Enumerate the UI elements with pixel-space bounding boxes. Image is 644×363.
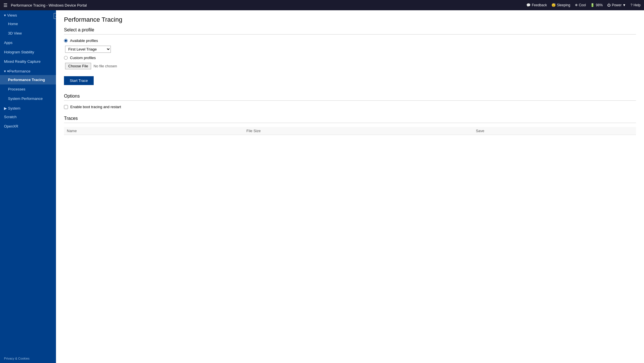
sleeping-action[interactable]: 😴 Sleeping	[551, 3, 570, 7]
start-trace-button[interactable]: Start Trace	[64, 76, 94, 85]
traces-title: Traces	[64, 116, 636, 123]
profile-select[interactable]: First Level Triage Battery CPU GPU Memor…	[65, 46, 111, 53]
available-profiles-label[interactable]: Available profiles	[70, 39, 98, 43]
views-section-label: Views	[7, 13, 17, 17]
sidebar-item-home[interactable]: Home	[0, 19, 56, 29]
help-action[interactable]: ? Help	[631, 3, 641, 7]
power-icon: ⏻	[607, 3, 611, 7]
power-action[interactable]: ⏻ Power ▼	[607, 3, 626, 7]
traces-section: Traces Name File Size Save	[64, 116, 636, 135]
file-chooser-row: Choose File No file chosen	[65, 63, 636, 69]
options-section: Options Enable boot tracing and restart	[64, 94, 636, 109]
sidebar-item-hologram-stability[interactable]: Hologram Stability	[0, 47, 56, 57]
custom-profiles-label[interactable]: Custom profiles	[70, 56, 96, 60]
available-profiles-row: Available profiles	[64, 39, 636, 43]
power-label: Power ▼	[612, 3, 626, 7]
sidebar-item-openxr[interactable]: OpenXR	[0, 122, 56, 131]
sidebar-collapse-button[interactable]: ◀	[54, 13, 56, 19]
sidebar-item-3dview[interactable]: 3D View	[0, 29, 56, 38]
feedback-action[interactable]: 💬 Feedback	[526, 3, 547, 7]
feedback-label: Feedback	[532, 3, 547, 7]
privacy-link[interactable]: Privacy & Cookies	[0, 354, 56, 363]
select-profile-section: Select a profile Available profiles Firs…	[64, 27, 636, 69]
temperature-icon: ❄	[575, 3, 578, 7]
sidebar-item-apps[interactable]: Apps	[0, 38, 56, 47]
boot-tracing-row: Enable boot tracing and restart	[64, 105, 636, 109]
custom-profiles-radio[interactable]	[64, 56, 68, 60]
sidebar-section-performance[interactable]: ▾ ▾Performance	[0, 66, 56, 75]
views-arrow-icon: ▾	[4, 13, 6, 17]
profile-dropdown-wrapper: First Level Triage Battery CPU GPU Memor…	[65, 46, 636, 53]
battery-icon: 🔋	[590, 3, 595, 7]
performance-arrow-icon: ▾	[4, 69, 6, 73]
boot-tracing-checkbox[interactable]	[64, 105, 68, 109]
temperature-action[interactable]: ❄ Cool	[575, 3, 586, 7]
traces-col-filesize: File Size	[244, 127, 473, 135]
hamburger-icon[interactable]: ☰	[3, 3, 7, 8]
topbar-title: Performance Tracing - Windows Device Por…	[11, 3, 526, 7]
sidebar-item-mixed-reality-capture[interactable]: Mixed Reality Capture	[0, 57, 56, 66]
sidebar-item-processes[interactable]: Processes	[0, 84, 56, 94]
traces-table: Name File Size Save	[64, 127, 636, 135]
page-title: Performance Tracing	[64, 16, 636, 23]
content-area: Performance Tracing Select a profile Ava…	[56, 10, 644, 363]
temperature-label: Cool	[579, 3, 586, 7]
select-profile-title: Select a profile	[64, 27, 636, 35]
battery-action[interactable]: 🔋 98%	[590, 3, 603, 7]
sleeping-icon: 😴	[551, 3, 556, 7]
sidebar-item-scratch[interactable]: Scratch	[0, 112, 56, 122]
main-layout: ◀ ▾ Views Home 3D View Apps Hologram Sta…	[0, 10, 644, 363]
traces-table-header-row: Name File Size Save	[64, 127, 636, 135]
boot-tracing-label[interactable]: Enable boot tracing and restart	[70, 105, 121, 109]
system-arrow-icon: ▶	[4, 106, 7, 110]
options-title: Options	[64, 94, 636, 101]
sidebar-section-system[interactable]: ▶ System	[0, 103, 56, 112]
sidebar-item-performance-tracing[interactable]: Performance Tracing	[0, 75, 56, 84]
traces-col-name: Name	[64, 127, 244, 135]
help-label: Help	[633, 3, 641, 7]
feedback-icon: 💬	[526, 3, 531, 7]
topbar-actions: 💬 Feedback 😴 Sleeping ❄ Cool 🔋 98% ⏻ Pow…	[526, 3, 641, 7]
performance-section-label: ▾Performance	[7, 69, 30, 73]
traces-table-header: Name File Size Save	[64, 127, 636, 135]
available-profiles-radio[interactable]	[64, 39, 68, 43]
sidebar-section-views[interactable]: ▾ Views	[0, 10, 56, 19]
help-icon: ?	[631, 3, 633, 7]
topbar: ☰ Performance Tracing - Windows Device P…	[0, 0, 644, 10]
sleeping-label: Sleeping	[557, 3, 570, 7]
custom-profiles-row: Custom profiles	[64, 56, 636, 60]
traces-col-save: Save	[473, 127, 636, 135]
battery-label: 98%	[596, 3, 603, 7]
file-chosen-label: No file chosen	[93, 64, 117, 68]
sidebar-item-system-performance[interactable]: System Performance	[0, 94, 56, 103]
system-section-label: System	[8, 106, 20, 110]
choose-file-button[interactable]: Choose File	[65, 63, 91, 69]
sidebar: ◀ ▾ Views Home 3D View Apps Hologram Sta…	[0, 10, 56, 363]
